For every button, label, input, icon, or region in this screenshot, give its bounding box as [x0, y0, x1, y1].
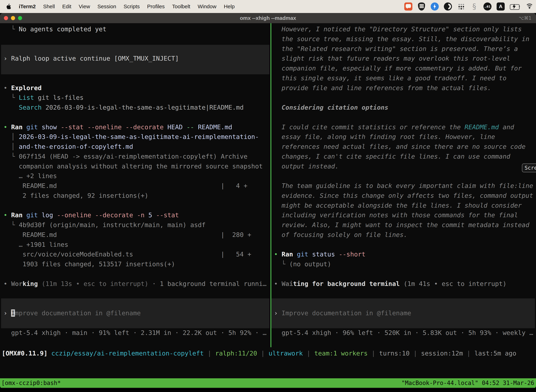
screen-share-overlay[interactable]: Scre	[522, 163, 536, 172]
chat-bubble-icon[interactable]	[404, 2, 412, 10]
terminal-line: README.md | 280 +	[0, 230, 270, 240]
terminal-line: the "Related research writing" section i…	[270, 44, 536, 54]
terminal-line: this single essay, it seems like a good …	[270, 73, 536, 83]
terminal-line: output instead.	[270, 161, 536, 171]
terminal-line: • Explored	[0, 83, 270, 93]
terminal-content: └ No agents completed yet› Ralph loop ac…	[0, 23, 536, 388]
blue-badge-icon[interactable]	[431, 2, 439, 10]
menu-item-edit[interactable]: Edit	[62, 4, 72, 9]
shield-grid-icon[interactable]	[418, 2, 425, 10]
terminal-line: The team guideline is to back every impo…	[270, 181, 536, 191]
terminal-line: src/voice/voiceModeEnabled.ts | 54 +	[0, 249, 270, 259]
terminal-line: provide file and line references from th…	[270, 83, 536, 93]
menu-item-view[interactable]: View	[79, 4, 90, 9]
left-pane[interactable]: └ No agents completed yet› Ralph loop ac…	[0, 23, 270, 350]
terminal-line: README.md | 4 +	[0, 181, 270, 191]
menu-item-help[interactable]: Help	[224, 4, 235, 9]
menubar-status-icons: §..61A	[404, 0, 534, 13]
terminal-line: of focusing solely on file lines.	[270, 230, 536, 240]
terminal-line: • Ran git status --short	[270, 249, 536, 259]
terminal-line: • Ran git log --oneline --decorate -n 5 …	[0, 210, 270, 220]
percent-61-icon[interactable]: ..61	[483, 2, 492, 10]
terminal-line: │ and-the-erosion-of-copyleft.md	[0, 142, 270, 152]
terminal-line: └ (no output)	[270, 259, 536, 269]
menu-item-profiles[interactable]: Profiles	[147, 4, 165, 9]
terminal-line: I could cite commit statistics or refere…	[270, 122, 536, 132]
tmux-session-label: [omx-cczip0:bash*	[1, 378, 61, 388]
zoom-button[interactable]	[18, 16, 22, 20]
minimize-button[interactable]	[11, 16, 15, 20]
disk-pie-icon[interactable]	[444, 2, 452, 10]
menu-item-window[interactable]: Window	[198, 4, 216, 9]
apple-logo-icon[interactable]	[6, 4, 11, 9]
terminal-line: changes, I can't cite specific file line…	[270, 152, 536, 161]
tmux-host-clock-label: "MacBook-Pro-44.local" 04:52 31-Mar-26	[402, 378, 534, 388]
title-bar[interactable]: omx --xhigh --madmax ⌥⌘1	[0, 13, 536, 23]
terminal-line: └ 067f154 (HEAD -> essay/ai-reimplementa…	[0, 152, 270, 161]
terminal-line: might be acceptable alongside the file l…	[270, 201, 536, 210]
menu-bar: iTerm2ShellEditViewSessionScriptsProfile…	[0, 0, 536, 13]
terminal-line: … +1901 lines	[0, 240, 270, 250]
terminal-line: • Ran git show --stat --oneline --decora…	[0, 122, 270, 132]
terminal-line: companion analysis without altering the …	[0, 161, 270, 171]
terminal-line: gpt-5.4 xhigh · main · 91% left · 2.31M …	[0, 328, 270, 338]
squiggle-icon[interactable]: §	[470, 2, 478, 10]
terminal-line: slight risk that future readers may over…	[270, 54, 536, 63]
terminal-line: Search 2026-03-09-is-legal-the-same-as-l…	[0, 103, 270, 112]
menu-item-shell[interactable]: Shell	[43, 4, 55, 9]
terminal-line: However, I noticed the "Directory Struct…	[270, 24, 536, 34]
iterm-window: omx --xhigh --madmax ⌥⌘1 └ No agents com…	[0, 13, 536, 388]
terminal-line: • Waiting for background terminal (1m 41…	[270, 279, 536, 289]
terminal-line: companion file, especially if more comme…	[270, 63, 536, 73]
terminal-line: review. Also, I might want to inspect th…	[270, 220, 536, 230]
terminal-line: including verification notes with those …	[270, 210, 536, 220]
omx-status-bar: [OMX#0.11.9] cczip/essay/ai-reimplementa…	[0, 348, 536, 358]
tmux-status-bar: [omx-cczip0:bash* "MacBook-Pro-44.local"…	[0, 378, 536, 388]
battery-icon[interactable]	[510, 2, 520, 10]
terminal-line: 1903 files changed, 513517 insertions(+)	[0, 259, 270, 269]
wifi-icon[interactable]	[526, 2, 534, 10]
terminal-line: › Improve documentation in @filename	[270, 308, 536, 318]
window-shortcut-badge: ⌥⌘1	[519, 13, 531, 23]
terminal-line: … +2 lines	[0, 171, 270, 181]
terminal-line: gpt-5.4 xhigh · 96% left · 520K in · 5.8…	[270, 328, 536, 338]
desktop: { "menubar": { "items": ["iTerm2", "Shel…	[0, 0, 536, 392]
terminal-line: › Ralph loop active continue [OMX_TMUX_I…	[0, 54, 270, 63]
menu-items: iTerm2ShellEditViewSessionScriptsProfile…	[19, 4, 234, 9]
terminal-line: └ 4b9d30f (origin/main, instructkr/main,…	[0, 220, 270, 230]
menu-item-toolbelt[interactable]: Toolbelt	[172, 4, 190, 9]
terminal-line: evidence. Since this change only affects…	[270, 191, 536, 201]
terminal-line: Considering citation options	[270, 103, 536, 112]
window-title: omx --xhigh --madmax	[240, 15, 296, 21]
terminal-line: 2 files changed, 92 insertions(+)	[0, 191, 270, 201]
menu-item-scripts[interactable]: Scripts	[124, 4, 140, 9]
terminal-line: references need actual files, and since …	[270, 142, 536, 152]
traffic-lights	[4, 16, 22, 20]
keyboard-a-icon[interactable]: A	[497, 2, 505, 10]
terminal-line: │ 2026-03-09-is-legal-the-same-as-legiti…	[0, 132, 270, 142]
terminal-line: └ List git ls-files	[0, 93, 270, 103]
close-button[interactable]	[4, 16, 8, 20]
menu-item-iterm2[interactable]: iTerm2	[19, 4, 36, 9]
right-pane[interactable]: However, I noticed the "Directory Struct…	[270, 23, 536, 350]
menu-item-session[interactable]: Session	[97, 4, 116, 9]
dots-grid-icon[interactable]	[457, 2, 465, 10]
terminal-line: └ No agents completed yet	[0, 24, 270, 34]
terminal-line: • Working (11m 13s • esc to interrupt) ·…	[0, 279, 270, 289]
terminal-line: essay file, along with finding root file…	[270, 132, 536, 142]
terminal-line: the source tree, missing the essay. Stil…	[270, 34, 536, 44]
terminal-line: › Improve documentation in @filename	[0, 308, 270, 318]
